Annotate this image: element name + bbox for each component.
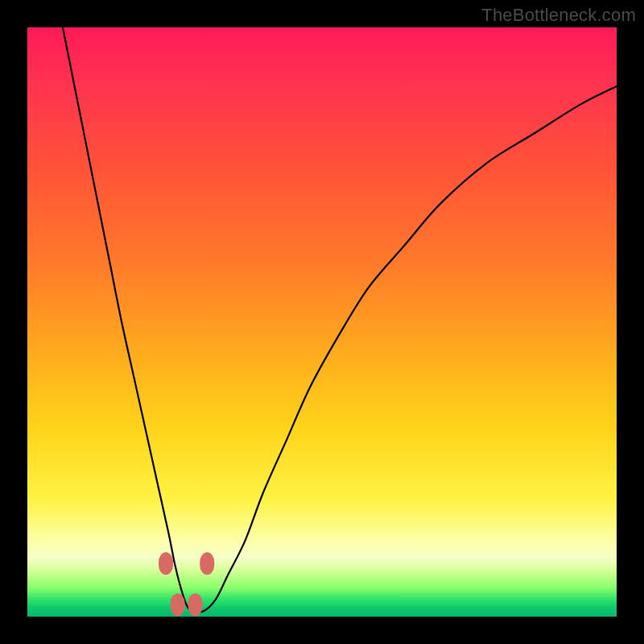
curve-marker-3	[200, 552, 214, 575]
watermark-text: TheBottleneck.com	[481, 5, 636, 26]
bottleneck-curve	[63, 27, 617, 612]
chart-svg	[27, 27, 617, 617]
chart-frame: TheBottleneck.com	[0, 0, 644, 644]
curve-marker-0	[159, 552, 173, 575]
curve-marker-1	[171, 593, 185, 616]
plot-area	[27, 27, 617, 617]
curve-marker-2	[188, 593, 203, 616]
